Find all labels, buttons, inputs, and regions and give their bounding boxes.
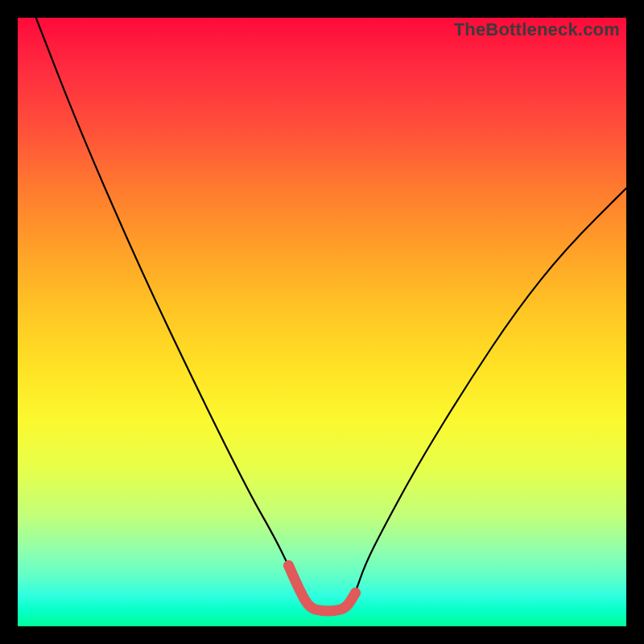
red-bottom-segment <box>288 565 355 611</box>
chart-svg <box>18 18 626 626</box>
chart-frame: TheBottleneck.com <box>0 0 644 644</box>
plot-area: TheBottleneck.com <box>18 18 626 626</box>
black-curve <box>36 18 626 611</box>
